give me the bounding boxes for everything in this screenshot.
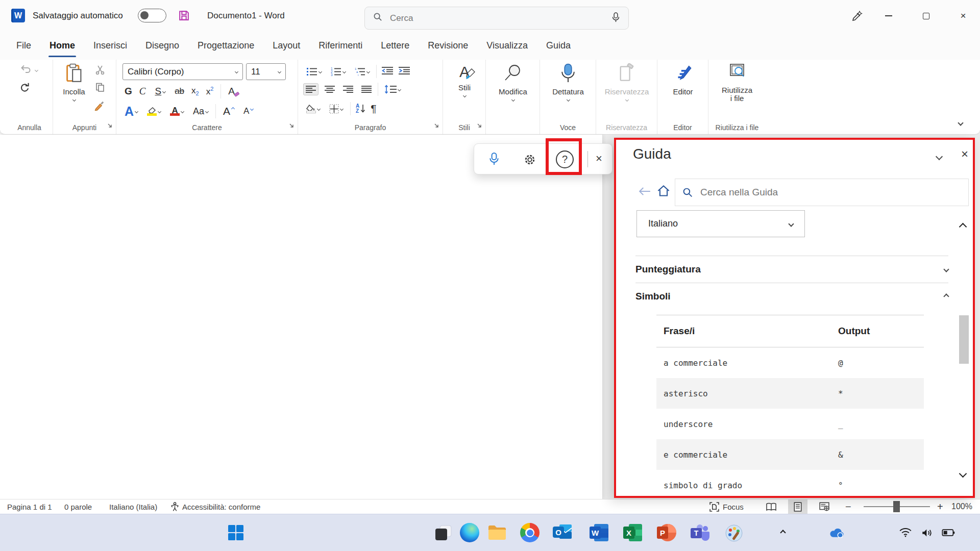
- align-left-button[interactable]: [303, 83, 318, 95]
- justify-button[interactable]: [359, 84, 374, 95]
- scrollbar-thumb[interactable]: [959, 315, 969, 364]
- autosave-toggle[interactable]: [138, 9, 166, 22]
- language-dropdown[interactable]: Italiano: [636, 210, 805, 237]
- sort-button[interactable]: AZ: [356, 104, 365, 114]
- tab-disegno[interactable]: Disegno: [136, 31, 188, 60]
- grow-font-button[interactable]: A: [221, 104, 236, 119]
- italic-button[interactable]: C: [139, 86, 146, 97]
- paint-icon[interactable]: [723, 521, 745, 544]
- tab-inserisci[interactable]: Inserisci: [84, 31, 136, 60]
- dialog-launcher-icon[interactable]: [107, 121, 113, 131]
- subscript-button[interactable]: x2: [191, 86, 199, 96]
- shading-button[interactable]: [304, 103, 322, 115]
- document-page[interactable]: [0, 135, 603, 499]
- dictation-settings-button[interactable]: [523, 153, 536, 168]
- paste-button[interactable]: Incolla: [57, 63, 91, 101]
- dictation-close-button[interactable]: ×: [596, 152, 602, 165]
- redo-icon[interactable]: [19, 82, 31, 95]
- language-indicator[interactable]: Italiano (Italia): [109, 499, 157, 514]
- excel-icon[interactable]: X: [622, 521, 644, 544]
- zoom-percentage[interactable]: 100%: [951, 499, 972, 514]
- reuse-files-button[interactable]: Riutilizzai file: [713, 63, 762, 103]
- undo-icon[interactable]: [19, 64, 32, 76]
- clear-formatting-button[interactable]: A: [228, 86, 235, 97]
- tray-overflow-chevron-icon[interactable]: [772, 521, 794, 544]
- accessibility-status[interactable]: Accessibilità: conforme: [170, 499, 260, 514]
- zoom-track[interactable]: [864, 506, 930, 507]
- change-case-button[interactable]: Aa: [191, 105, 210, 118]
- scroll-up-chevron-icon[interactable]: [960, 222, 966, 232]
- dialog-launcher-icon[interactable]: [434, 121, 439, 131]
- font-name-select[interactable]: Calibri (Corpo): [122, 63, 243, 80]
- multilevel-list-button[interactable]: 1ai: [352, 66, 372, 78]
- focus-mode-button[interactable]: Focus: [709, 499, 744, 514]
- word-taskbar-icon[interactable]: W: [588, 521, 610, 544]
- pilcrow-button[interactable]: ¶: [371, 103, 376, 115]
- tab-riferimenti[interactable]: Riferimenti: [309, 31, 372, 60]
- tab-revisione[interactable]: Revisione: [419, 31, 477, 60]
- help-panel-collapse-chevron-icon[interactable]: [937, 152, 942, 161]
- task-view-button[interactable]: [432, 521, 454, 544]
- editor-button[interactable]: Editor: [658, 63, 707, 96]
- volume-icon[interactable]: [916, 521, 938, 544]
- decrease-indent-button[interactable]: [381, 66, 394, 77]
- web-layout-button[interactable]: [815, 499, 834, 514]
- save-icon[interactable]: [178, 9, 190, 24]
- copy-button[interactable]: [95, 82, 105, 92]
- font-color-button[interactable]: A: [168, 105, 186, 117]
- dialog-launcher-icon[interactable]: [289, 121, 295, 131]
- tab-lettere[interactable]: Lettere: [372, 31, 419, 60]
- title-search-box[interactable]: Cerca: [364, 7, 629, 30]
- zoom-out-button[interactable]: −: [845, 499, 851, 514]
- underline-button[interactable]: S: [153, 84, 167, 98]
- bold-button[interactable]: G: [125, 86, 132, 97]
- battery-icon[interactable]: [937, 521, 960, 544]
- editing-button[interactable]: Modifica: [488, 63, 537, 101]
- onedrive-icon[interactable]: [826, 521, 848, 544]
- tab-home[interactable]: Home: [40, 31, 84, 60]
- page-indicator[interactable]: Pagina 1 di 1: [7, 499, 52, 514]
- superscript-button[interactable]: x2: [206, 86, 214, 97]
- help-search-box[interactable]: Cerca nella Guida: [675, 179, 969, 206]
- section-punteggiatura[interactable]: Punteggiatura: [635, 256, 948, 283]
- shrink-font-button[interactable]: A: [241, 105, 255, 118]
- scroll-down-chevron-icon[interactable]: [960, 469, 966, 479]
- read-mode-button[interactable]: [762, 499, 781, 514]
- ink-pen-icon[interactable]: [848, 7, 866, 24]
- zoom-thumb[interactable]: [893, 501, 900, 512]
- maximize-button[interactable]: [917, 7, 935, 24]
- strikethrough-button[interactable]: ab: [175, 86, 184, 96]
- edge-icon[interactable]: [458, 521, 481, 544]
- cut-button[interactable]: [95, 65, 105, 75]
- zoom-in-button[interactable]: +: [937, 499, 943, 514]
- print-layout-button[interactable]: [788, 499, 807, 514]
- chrome-icon[interactable]: [519, 521, 541, 544]
- align-center-button[interactable]: [323, 84, 337, 95]
- tab-file[interactable]: File: [7, 31, 40, 60]
- tab-progettazione[interactable]: Progettazione: [188, 31, 263, 60]
- powerpoint-icon[interactable]: P: [655, 521, 678, 544]
- text-effects-button[interactable]: A: [122, 104, 140, 119]
- dictate-button[interactable]: Dettatura: [544, 63, 593, 101]
- start-button[interactable]: [225, 521, 247, 544]
- minimize-button[interactable]: [880, 7, 897, 24]
- word-count[interactable]: 0 parole: [64, 499, 92, 514]
- close-button[interactable]: ×: [954, 7, 972, 24]
- increase-indent-button[interactable]: [398, 66, 410, 77]
- home-icon[interactable]: [657, 185, 670, 199]
- format-painter-button[interactable]: [94, 99, 105, 111]
- section-simboli[interactable]: Simboli: [635, 283, 948, 310]
- collapse-ribbon-chevron-icon[interactable]: [959, 118, 963, 127]
- tab-layout[interactable]: Layout: [263, 31, 309, 60]
- teams-icon[interactable]: T: [689, 521, 712, 544]
- back-arrow-icon[interactable]: [639, 187, 651, 198]
- tab-visualizza[interactable]: Visualizza: [477, 31, 537, 60]
- help-panel-close-button[interactable]: ×: [961, 147, 968, 161]
- wifi-icon[interactable]: [894, 521, 917, 544]
- tab-guida[interactable]: Guida: [537, 31, 580, 60]
- highlight-color-button[interactable]: [145, 106, 163, 117]
- outlook-icon[interactable]: O: [551, 521, 574, 544]
- font-size-select[interactable]: 11: [246, 63, 286, 80]
- voice-search-mic-icon[interactable]: [611, 12, 620, 25]
- file-explorer-icon[interactable]: [486, 521, 508, 544]
